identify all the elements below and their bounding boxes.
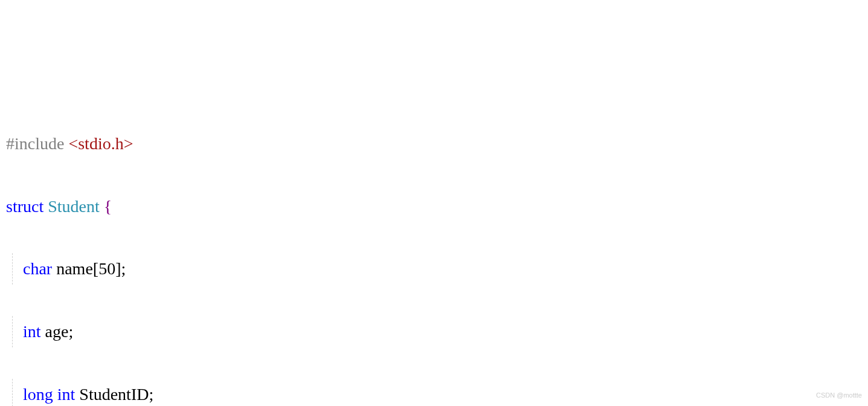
field-name: StudentID;: [75, 385, 153, 404]
type-keyword: int: [23, 322, 41, 341]
code-line-1: #include <stdio.h>: [0, 128, 868, 160]
struct-name: Student: [48, 197, 100, 216]
type-keyword: long: [23, 385, 53, 404]
field-name: name[: [52, 259, 98, 278]
include-header: <stdio.h>: [68, 134, 133, 153]
field-name: age;: [41, 322, 74, 341]
type-keyword: char: [23, 259, 52, 278]
preprocessor: #include: [6, 134, 68, 153]
code-line-5: long int StudentID;: [0, 379, 868, 406]
code-line-4: int age;: [0, 316, 868, 347]
code-line-3: char name[50];: [0, 253, 868, 285]
array-size: 50: [98, 259, 115, 278]
open-brace: {: [100, 197, 112, 216]
watermark-text: CSDN @mottte: [816, 389, 862, 401]
struct-keyword: struct: [6, 197, 43, 216]
type-keyword: int: [57, 385, 76, 404]
code-line-2: struct Student {: [0, 191, 868, 222]
